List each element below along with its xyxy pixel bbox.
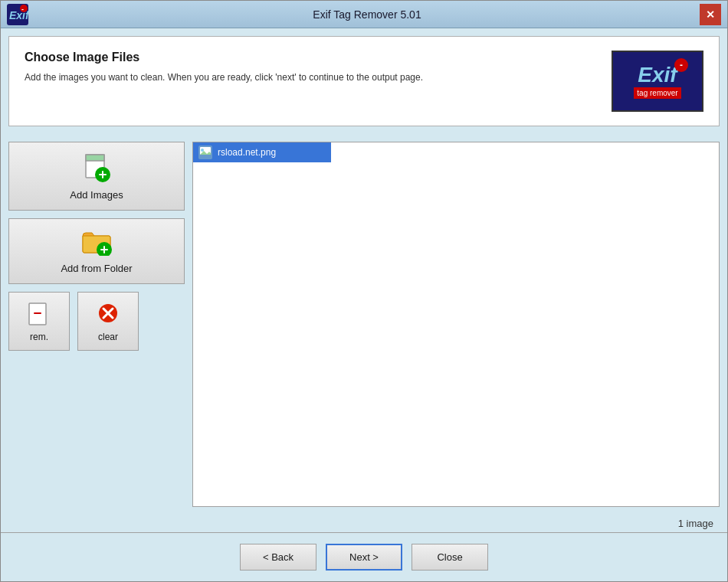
svg-text:-: - <box>21 5 24 13</box>
next-button[interactable]: Next > <box>326 544 402 571</box>
svg-rect-8 <box>102 171 103 178</box>
add-from-folder-label: Add from Folder <box>61 263 132 274</box>
add-images-button[interactable]: Add Images <box>8 142 185 211</box>
remove-label: rem. <box>30 332 48 342</box>
file-list-area[interactable]: rsload.net.png <box>192 142 720 507</box>
list-item[interactable]: rsload.net.png <box>193 142 331 162</box>
logo-minus-icon: - <box>674 58 688 72</box>
image-count-row: 1 image <box>192 515 720 532</box>
add-images-icon <box>81 152 112 185</box>
window-close-button[interactable]: ✕ <box>700 4 721 25</box>
svg-rect-13 <box>34 312 41 314</box>
add-from-folder-button[interactable]: Add from Folder <box>8 218 185 284</box>
logo-tagremover-text: tag remover <box>634 87 680 99</box>
svg-rect-5 <box>86 155 104 161</box>
remove-button[interactable]: rem. <box>8 292 70 351</box>
header-section: Choose Image Files Add the images you wa… <box>8 36 720 126</box>
svg-point-19 <box>201 149 204 152</box>
main-window: Exif - Exif Tag Remover 5.01 ✕ Choose Im… <box>0 0 728 582</box>
title-bar: Exif - Exif Tag Remover 5.01 ✕ <box>1 1 727 28</box>
app-logo: Exif - <box>7 4 28 25</box>
window-title: Exif Tag Remover 5.01 <box>34 8 700 21</box>
svg-rect-11 <box>103 246 105 253</box>
header-description: Add the images you want to clean. When y… <box>25 70 596 84</box>
app-header-logo: - Exif tag remover <box>612 51 703 112</box>
clear-icon <box>97 300 120 329</box>
content-row: Add Images <box>8 134 720 532</box>
header-title: Choose Image Files <box>25 51 596 64</box>
remove-icon <box>28 300 51 329</box>
main-content: Add Images <box>8 134 720 532</box>
file-name: rsload.net.png <box>218 147 276 158</box>
add-folder-icon <box>81 228 112 258</box>
window-controls: ✕ <box>700 4 721 25</box>
logo-inner: Exif tag remover <box>634 64 680 99</box>
close-button[interactable]: Close <box>412 544 488 571</box>
image-count: 1 image <box>678 518 713 529</box>
header-text-area: Choose Image Files Add the images you wa… <box>25 51 596 84</box>
add-images-label: Add Images <box>70 189 123 201</box>
small-buttons-row: rem. clear <box>8 292 185 351</box>
left-panel: Add Images <box>8 134 185 532</box>
clear-label: clear <box>98 332 118 342</box>
back-button[interactable]: < Back <box>240 544 316 571</box>
bottom-section: < Back Next > Close <box>1 532 727 581</box>
file-list-column: rsload.net.png 1 image <box>192 134 720 532</box>
clear-button[interactable]: clear <box>77 292 139 351</box>
file-icon <box>198 145 213 160</box>
